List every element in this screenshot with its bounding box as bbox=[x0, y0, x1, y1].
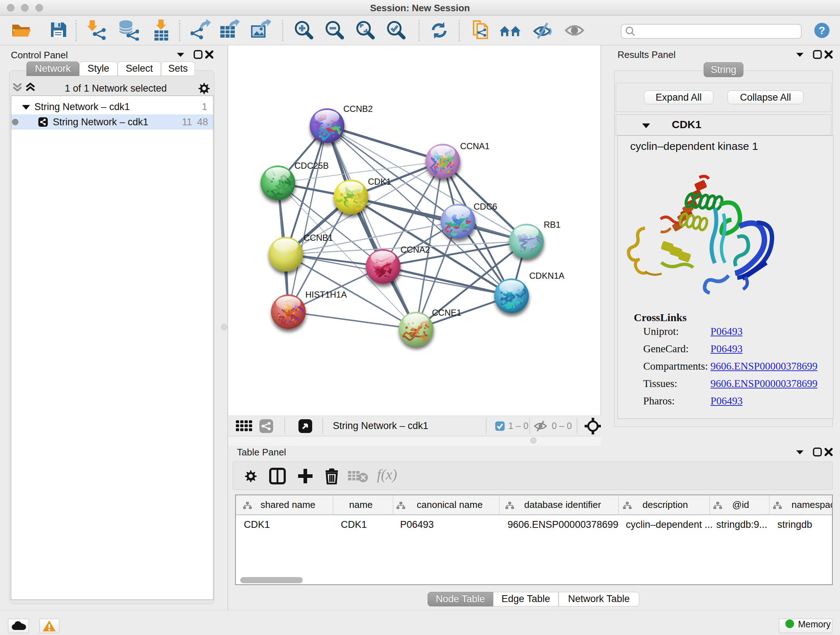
svg-text:CCNA1: CCNA1 bbox=[460, 141, 489, 151]
svg-text:CCNE1: CCNE1 bbox=[432, 308, 461, 318]
svg-text:CCNA2: CCNA2 bbox=[401, 245, 430, 255]
svg-text:CDKN1A: CDKN1A bbox=[529, 271, 564, 280]
svg-text:RB1: RB1 bbox=[544, 220, 561, 230]
svg-text:CCNB2: CCNB2 bbox=[343, 104, 373, 114]
svg-text:CDC25B: CDC25B bbox=[294, 161, 329, 171]
svg-text:?: ? bbox=[819, 24, 825, 36]
svg-text:CCNB1: CCNB1 bbox=[303, 233, 333, 242]
svg-text:HIST1H1A: HIST1H1A bbox=[305, 290, 347, 299]
svg-text:CDC6: CDC6 bbox=[474, 202, 497, 211]
svg-text:CDK1: CDK1 bbox=[368, 177, 391, 187]
